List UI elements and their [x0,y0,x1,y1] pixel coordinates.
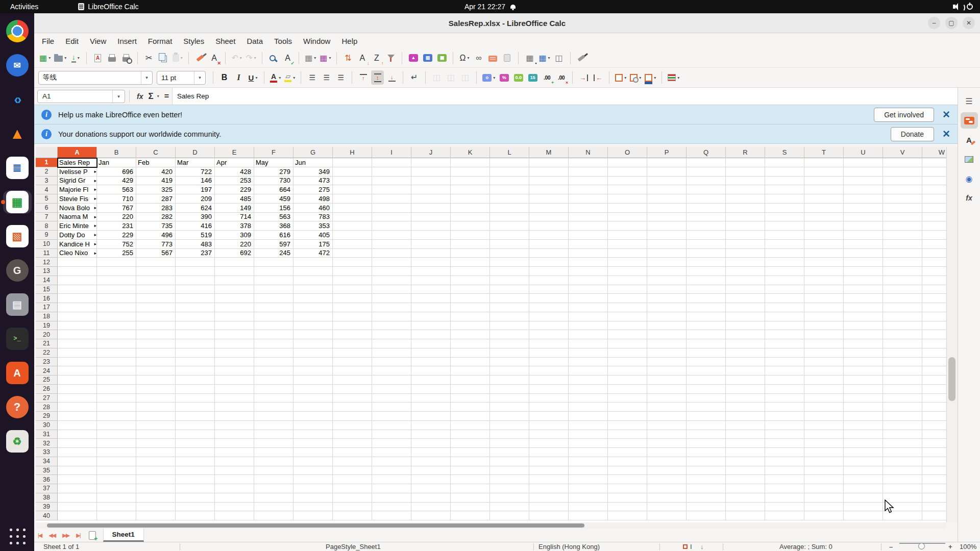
cell-T37[interactable] [804,484,844,493]
cell-Q22[interactable] [687,348,726,358]
cell-H1[interactable] [333,158,372,167]
cell-T25[interactable] [804,375,844,385]
copy-button[interactable] [157,51,169,65]
cell-M34[interactable] [529,457,569,466]
cell-R33[interactable] [726,448,765,457]
align-bottom-button[interactable]: ↓ [385,70,398,85]
show-applications-button[interactable] [7,526,28,546]
cell-F35[interactable] [254,466,293,475]
cell-E34[interactable] [215,457,254,466]
row-header-33[interactable]: 33 [36,448,58,457]
cell-B9[interactable]: 229 [97,231,136,240]
cell-K27[interactable] [451,394,490,403]
cell-J38[interactable] [411,493,451,503]
cell-F1[interactable]: May [254,158,293,167]
sidebar-settings-button[interactable]: ☰ [961,93,978,109]
cell-U15[interactable] [844,285,883,294]
cell-L20[interactable] [490,330,529,339]
cell-P20[interactable] [647,330,687,339]
cell-B7[interactable]: 220 [97,213,136,222]
cell-H23[interactable] [333,358,372,367]
cell-L9[interactable] [490,231,529,240]
cell-D13[interactable] [176,267,215,276]
row-header-15[interactable]: 15 [36,285,58,294]
cell-K22[interactable] [451,348,490,358]
cell-G29[interactable] [293,412,333,421]
formula-button[interactable]: = [159,92,172,101]
cell-Q2[interactable] [687,167,726,177]
cell-A8[interactable]: Eric Minte▸ [58,221,97,231]
cell-T27[interactable] [804,394,844,403]
cell-K10[interactable] [451,240,490,249]
row-header-40[interactable]: 40 [36,511,58,520]
cell-I6[interactable] [372,204,411,213]
cell-Q13[interactable] [687,267,726,276]
cell-H22[interactable] [333,348,372,358]
cell-N18[interactable] [569,312,608,321]
cell-J13[interactable] [411,267,451,276]
cell-P16[interactable] [647,294,687,303]
cell-F27[interactable] [254,394,293,403]
menu-window[interactable]: Window [298,35,336,47]
cell-C20[interactable] [136,330,176,339]
cell-J37[interactable] [411,484,451,493]
cell-G10[interactable]: 175 [293,240,333,249]
cell-I17[interactable] [372,303,411,312]
cell-Q19[interactable] [687,321,726,331]
row-header-28[interactable]: 28 [36,403,58,412]
cell-F24[interactable] [254,366,293,375]
cell-W24[interactable] [922,366,946,375]
cell-P1[interactable] [647,158,687,167]
cell-J39[interactable] [411,503,451,512]
align-left-button[interactable]: ☰ [306,70,318,85]
cell-B16[interactable] [97,294,136,303]
cell-O25[interactable] [608,375,647,385]
cell-A26[interactable] [58,385,97,394]
dock-item-libreoffice-writer[interactable]: ≣ [3,156,32,180]
cell-D19[interactable] [176,321,215,331]
cell-E26[interactable] [215,385,254,394]
cell-M32[interactable] [529,439,569,448]
cell-T35[interactable] [804,466,844,475]
cell-F12[interactable] [254,258,293,267]
cell-I28[interactable] [372,403,411,412]
row-dropdown-icon[interactable]: ▾ [314,56,316,60]
cell-P32[interactable] [647,439,687,448]
cell-N13[interactable] [569,267,608,276]
cell-K8[interactable] [451,221,490,231]
spreadsheet-grid[interactable]: ABCDEFGHIJKLMNOPQRSTUVW1Sales RepJanFebM… [36,147,946,522]
save-button[interactable]: ↓▾ [69,51,82,65]
cell-E16[interactable] [215,294,254,303]
cell-T5[interactable] [804,194,844,204]
cell-N4[interactable] [569,185,608,194]
cell-S9[interactable] [765,231,804,240]
cell-U38[interactable] [844,493,883,503]
cell-G34[interactable] [293,457,333,466]
column-header-M[interactable]: M [529,147,569,158]
cell-M22[interactable] [529,348,569,358]
cell-H20[interactable] [333,330,372,339]
cell-V13[interactable] [883,267,922,276]
cell-N26[interactable] [569,385,608,394]
cell-F20[interactable] [254,330,293,339]
formula-input[interactable]: Sales Rep [172,88,968,105]
cell-A40[interactable] [58,511,97,520]
sort-descending-button[interactable]: Z↑ [370,51,383,65]
cell-K35[interactable] [451,466,490,475]
split-window-button[interactable]: ◫ [553,51,566,65]
styles-deck-button[interactable]: A [961,132,978,148]
cell-J23[interactable] [411,358,451,367]
cell-G5[interactable]: 498 [293,194,333,204]
cell-J34[interactable] [411,457,451,466]
cell-L37[interactable] [490,484,529,493]
cell-F25[interactable] [254,375,293,385]
cell-A28[interactable] [58,403,97,412]
cell-B14[interactable] [97,276,136,285]
cell-G7[interactable]: 783 [293,213,333,222]
cell-F31[interactable] [254,430,293,439]
cell-F26[interactable] [254,385,293,394]
cell-H34[interactable] [333,457,372,466]
cell-Q16[interactable] [687,294,726,303]
insert-image-button[interactable]: ▲ [407,51,420,65]
selection-summary-label[interactable]: Average: ; Sum: 0 [779,543,832,550]
